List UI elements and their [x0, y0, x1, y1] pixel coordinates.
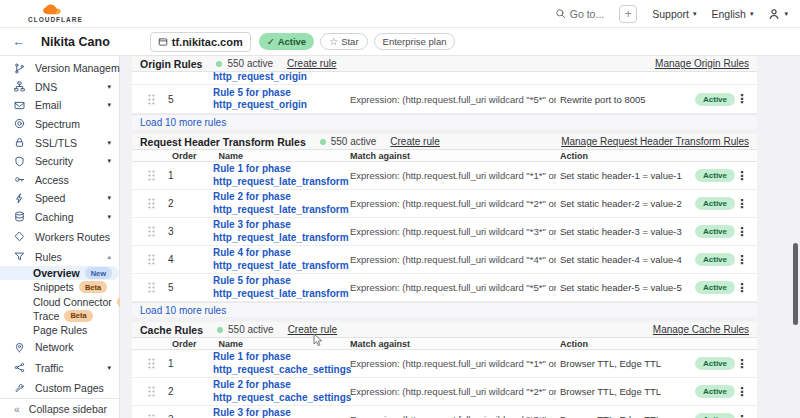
sidebar-item-rules-trace[interactable]: Trace Beta: [0, 309, 119, 323]
rule-order: 5: [168, 94, 188, 105]
chevron-up-icon: ▴: [107, 253, 111, 261]
column-order: Order: [172, 339, 197, 349]
sidebar-item-rules-page-rules[interactable]: Page Rules: [0, 323, 119, 337]
rule-name-link[interactable]: Rule 3 for phasehttp_request_cache_setti…: [213, 407, 347, 418]
kebab-menu-icon[interactable]: ⋮: [736, 92, 748, 106]
active-dot-icon: [216, 61, 222, 67]
create-rule-link[interactable]: Create rule: [288, 324, 337, 335]
add-site-button[interactable]: +: [619, 5, 637, 23]
manage-cache-rules-link[interactable]: Manage Cache Rules: [653, 324, 749, 335]
sidebar-item-caching[interactable]: Caching ▾: [0, 208, 119, 227]
table-row: 2 Rule 2 for phasehttp_request_cache_set…: [132, 378, 757, 406]
rule-name-link[interactable]: Rule 2 for phasehttp_request_late_transf…: [213, 191, 347, 216]
cloudflare-cloud-icon: [41, 4, 69, 16]
kebab-menu-icon[interactable]: ⋮: [736, 357, 748, 371]
kebab-menu-icon[interactable]: ⋮: [736, 169, 748, 183]
status-badge: Active: [695, 225, 735, 238]
status-badge: Active: [695, 413, 735, 418]
load-more-rules-link[interactable]: Load 10 more rules: [132, 302, 757, 317]
wrench-icon: [14, 382, 26, 394]
user-icon: [768, 8, 780, 20]
sidebar-item-rules-cloud-connector[interactable]: Cloud Connector Beta: [0, 294, 119, 308]
rule-expression: Expression: (http.request.full_uri wildc…: [350, 226, 556, 237]
create-rule-link[interactable]: Create rule: [390, 136, 439, 147]
drag-handle-icon[interactable]: [148, 386, 156, 397]
rule-name-link[interactable]: Rule 5 for phasehttp_request_origin: [213, 87, 347, 112]
status-badge: Active: [695, 197, 735, 210]
section-title: Cache Rules: [140, 324, 203, 336]
support-menu[interactable]: Support ▾: [652, 8, 696, 20]
chevron-down-icon: ▾: [107, 157, 111, 165]
sidebar-item-security[interactable]: Security ▾: [0, 152, 119, 171]
rule-order: 2: [168, 198, 188, 209]
scrollbar-thumb[interactable]: [793, 243, 798, 325]
rule-name-link[interactable]: http_request_origin: [213, 72, 307, 82]
active-count: 550 active: [228, 324, 274, 335]
rule-action: Set static header-2 = value-2: [560, 198, 692, 209]
drag-handle-icon[interactable]: [148, 358, 156, 369]
sidebar-item-workers-routes[interactable]: Workers Routes: [0, 226, 119, 247]
rule-name-link[interactable]: Rule 3 for phasehttp_request_late_transf…: [213, 219, 347, 244]
rule-name-link[interactable]: Rule 2 for phasehttp_request_cache_setti…: [213, 379, 347, 404]
rule-action: Set static header-3 = value-3: [560, 226, 692, 237]
drag-handle-icon[interactable]: [148, 414, 156, 418]
sidebar-item-version-management[interactable]: Version Management: [0, 59, 119, 78]
active-count: 550 active: [227, 58, 273, 69]
drag-handle-icon[interactable]: [148, 226, 156, 237]
beta-badge: Beta: [64, 310, 92, 322]
manage-origin-rules-link[interactable]: Manage Origin Rules: [655, 58, 749, 69]
sidebar-item-network[interactable]: Network: [0, 337, 119, 358]
sidebar-item-dns[interactable]: DNS ▾: [0, 78, 119, 97]
collapse-sidebar-button[interactable]: « Collapse sidebar: [0, 398, 119, 418]
sidebar-item-rules-overview[interactable]: Overview New: [0, 266, 119, 280]
column-name: Name: [219, 151, 244, 161]
create-rule-link[interactable]: Create rule: [287, 58, 336, 69]
sidebar-item-traffic[interactable]: Traffic ▾: [0, 357, 119, 378]
kebab-menu-icon[interactable]: ⋮: [736, 253, 748, 267]
request-header-transform-rules-section: Request Header Transform Rules 550 activ…: [132, 134, 757, 317]
sidebar-item-email[interactable]: Email ▾: [0, 96, 119, 115]
rule-order: 3: [168, 414, 188, 418]
git-branch-icon: [14, 62, 26, 74]
drag-handle-icon[interactable]: [148, 170, 156, 181]
rule-name-link[interactable]: Rule 5 for phasehttp_request_late_transf…: [213, 275, 347, 300]
chevron-down-icon: ▾: [107, 83, 111, 91]
kebab-menu-icon[interactable]: ⋮: [736, 413, 748, 418]
sidebar-item-ssl-tls[interactable]: SSL/TLS ▾: [0, 133, 119, 152]
drag-handle-icon[interactable]: [148, 198, 156, 209]
chevron-down-icon: ▾: [750, 10, 754, 18]
rule-name-link[interactable]: Rule 1 for phasehttp_request_late_transf…: [213, 163, 347, 188]
logo-wordmark: CLOUDFLARE: [28, 17, 83, 24]
check-icon: ✓: [267, 36, 275, 47]
language-menu[interactable]: English ▾: [712, 8, 754, 20]
status-badge: Active: [695, 169, 735, 182]
star-button[interactable]: ☆ Star: [320, 33, 367, 50]
domain-selector[interactable]: tf.nikitac.com: [150, 32, 251, 52]
kebab-menu-icon[interactable]: ⋮: [736, 225, 748, 239]
sidebar-item-spectrum[interactable]: Spectrum: [0, 115, 119, 134]
cloudflare-logo[interactable]: CLOUDFLARE: [28, 4, 83, 24]
sidebar-item-access[interactable]: Access: [0, 170, 119, 189]
sidebar-item-rules[interactable]: Rules ▴: [0, 248, 119, 267]
sidebar-item-custom-pages[interactable]: Custom Pages: [0, 378, 119, 399]
drag-handle-icon[interactable]: [148, 282, 156, 293]
global-search[interactable]: Go to...: [555, 8, 604, 20]
chevron-down-icon: ▾: [693, 10, 697, 18]
sidebar-item-rules-snippets[interactable]: Snippets Beta: [0, 280, 119, 294]
sidebar-item-speed[interactable]: Speed ▾: [0, 189, 119, 208]
section-title: Request Header Transform Rules: [140, 136, 306, 148]
table-row: 3 Rule 3 for phasehttp_request_cache_set…: [132, 406, 757, 418]
manage-request-header-transform-rules-link[interactable]: Manage Request Header Transform Rules: [561, 136, 749, 147]
drag-handle-icon[interactable]: [148, 94, 156, 105]
drag-handle-icon[interactable]: [148, 254, 156, 265]
user-account-menu[interactable]: ▾: [768, 8, 788, 20]
rule-order: 1: [168, 358, 188, 369]
load-more-rules-link[interactable]: Load 10 more rules: [132, 114, 757, 129]
kebab-menu-icon[interactable]: ⋮: [736, 281, 748, 295]
kebab-menu-icon[interactable]: ⋮: [736, 385, 748, 399]
back-arrow-icon[interactable]: ←: [12, 34, 25, 49]
rule-name-link[interactable]: Rule 4 for phasehttp_request_late_transf…: [213, 247, 347, 272]
cache-rules-section: Cache Rules 550 active Create rule Manag…: [132, 322, 757, 418]
rule-name-link[interactable]: Rule 1 for phasehttp_request_cache_setti…: [213, 351, 347, 376]
kebab-menu-icon[interactable]: ⋮: [736, 197, 748, 211]
